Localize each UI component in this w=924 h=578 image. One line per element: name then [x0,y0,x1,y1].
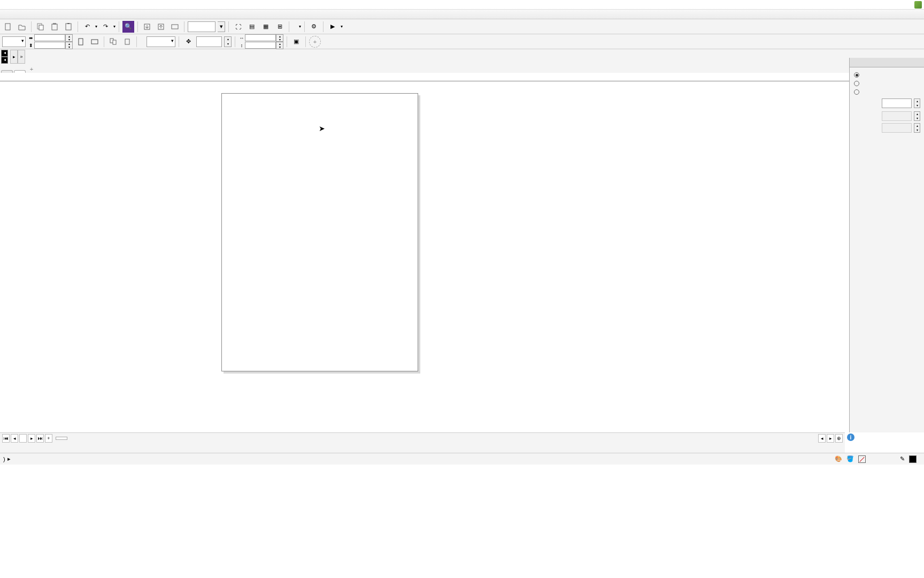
page-height-input[interactable] [34,42,65,49]
undo-button[interactable]: ↶ [81,21,93,33]
height-spinner[interactable]: ▴▾ [65,42,73,49]
width-spinner[interactable]: ▴▾ [65,34,73,42]
menu-object[interactable] [20,13,27,16]
distance-b-field: ▴▾ [853,123,921,133]
add-tab-button[interactable]: + [27,65,36,73]
fullscreen-button[interactable]: ⛶ [232,21,244,33]
landscape-button[interactable] [89,36,101,48]
palette-icon[interactable]: 🎨 [835,455,842,462]
radio-scallop[interactable] [853,79,921,88]
first-page-button[interactable]: ⏮ [2,434,10,443]
menu-help[interactable] [65,13,72,16]
outline-pen-icon[interactable]: ✎ [900,455,905,462]
publish-button[interactable] [169,21,181,33]
coord-icon: ) [3,456,5,462]
paste-button[interactable] [49,21,60,33]
outline-color-chip[interactable] [909,455,917,463]
all-pages-button[interactable] [107,36,119,48]
palette-left-bot[interactable]: ◂ [1,57,8,64]
separator [305,36,306,47]
palette-scroll-right[interactable]: ▸ [10,50,18,64]
zoom-input[interactable] [188,21,215,32]
svg-rect-4 [53,23,56,25]
options-button[interactable]: ⚙ [308,21,320,33]
open-button[interactable] [16,21,28,33]
next-page-button[interactable]: ▸ [28,434,35,443]
menu-window[interactable] [59,13,65,16]
copy-button[interactable] [35,21,47,33]
portrait-button[interactable] [75,36,87,48]
palette-left-top[interactable]: ◂ [1,50,8,57]
launch-dropdown[interactable]: ▾ [341,24,343,29]
fill-bucket-icon[interactable]: 🪣 [846,455,854,462]
show-rulers-button[interactable]: ▤ [246,21,258,33]
treat-as-filled-button[interactable]: ▣ [290,36,302,48]
redo-dropdown[interactable]: ▾ [113,24,116,29]
menu-file[interactable] [1,13,7,16]
export-button[interactable] [155,21,167,33]
snap-dropdown[interactable]: ▾ [299,24,301,29]
nudge-spinner[interactable]: ▴▾ [224,36,232,47]
import-button[interactable] [141,21,153,33]
unit-select[interactable] [147,36,175,47]
launch-button[interactable]: ▶ [327,21,338,33]
workspace: ➤ [0,73,924,437]
zoom-dropdown[interactable]: ▾ [218,21,225,32]
menu-view[interactable] [7,13,14,16]
dupy-spinner[interactable]: ▴▾ [276,42,283,49]
menu-bar [0,10,924,19]
nudge-input[interactable] [196,36,222,47]
page-width-input[interactable] [34,34,65,41]
info-message: i [847,434,922,441]
svg-rect-2 [39,25,43,30]
menu-text[interactable] [40,13,46,16]
separator [31,21,32,32]
radius-spinner[interactable]: ▴▾ [914,98,920,108]
menu-layout[interactable] [14,13,20,16]
standard-toolbar: ↶ ▾ ↷ ▾ 🔍 ▾ ⛶ ▤ ▦ ⊞ ▾ ⚙ ▶ ▾ [0,19,924,34]
redo-button[interactable]: ↷ [99,21,111,33]
separator [78,21,78,32]
show-guides-button[interactable]: ⊞ [274,21,286,33]
dupy-input[interactable] [245,42,276,49]
radio-fillet[interactable] [853,71,921,79]
search-button[interactable]: 🔍 [122,21,134,33]
dupx-icon: ↔ [238,35,245,41]
b-spinner: ▴▾ [914,123,920,133]
zoom-fit-button[interactable]: ⊕ [835,434,843,443]
page-preset-select[interactable] [2,36,26,47]
clipboard-button[interactable] [63,21,74,33]
a-input [882,111,912,121]
new-button[interactable] [2,21,14,33]
current-page-button[interactable] [121,36,133,48]
hscroll-left[interactable]: ◂ [818,434,826,443]
menu-effects[interactable] [27,13,33,16]
show-grid-button[interactable]: ▦ [260,21,272,33]
undo-dropdown[interactable]: ▾ [95,24,97,29]
dupx-spinner[interactable]: ▴▾ [276,34,283,42]
dupx-input[interactable] [245,34,276,41]
page-tab-1[interactable] [56,437,67,440]
horizontal-ruler[interactable] [0,73,924,81]
add-page-button[interactable]: + [45,434,52,443]
prev-page-button[interactable]: ◂ [11,434,18,443]
radio-icon [854,72,859,78]
separator [289,21,289,32]
menu-tools[interactable] [52,13,59,16]
docker-title[interactable] [850,58,924,67]
canvas-area[interactable]: ➤ [0,73,924,437]
snap-label[interactable] [292,26,297,28]
radio-chamfer[interactable] [853,88,921,96]
last-page-button[interactable]: ⏭ [36,434,44,443]
palette-expand[interactable]: » [18,50,25,64]
menu-table[interactable] [46,13,52,16]
hscroll-right[interactable]: ▸ [827,434,834,443]
separator [137,21,138,32]
color-palette-bar: ◂ ◂ ▸ » [0,49,924,64]
titlebar [0,0,924,10]
add-button[interactable]: + [309,36,321,48]
menu-bitmap[interactable] [33,13,40,16]
document-palette[interactable] [0,443,845,453]
radius-input[interactable] [882,98,912,108]
svg-rect-5 [66,24,71,30]
